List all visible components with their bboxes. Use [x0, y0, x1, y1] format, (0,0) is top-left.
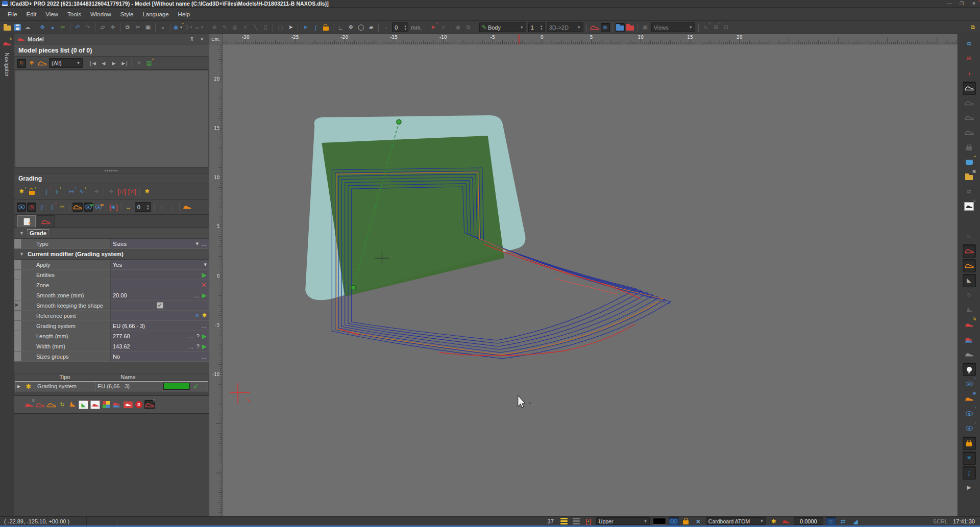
dropdown-icon[interactable]: ▾ [204, 261, 207, 268]
prop-value[interactable]: No… [111, 352, 209, 361]
annotate-tool[interactable]: ✎ [220, 23, 229, 32]
capture-add-button[interactable]: ⊡ [722, 23, 731, 32]
shoe-2d-orange-toggle[interactable] [963, 259, 976, 272]
show-sizes-toggle[interactable] [17, 203, 26, 212]
ellipsis-button[interactable]: … [201, 354, 207, 360]
trim-tool[interactable]: ✂ [58, 23, 67, 32]
row-expander-icon[interactable]: ▶ [15, 384, 22, 389]
apply-play-icon[interactable]: ▶ [202, 333, 207, 340]
eraser-tool[interactable]: ▱ [98, 23, 107, 32]
layers-active-icon[interactable] [559, 517, 569, 525]
heel-outline-button[interactable] [963, 304, 976, 317]
drawing-viewport[interactable] [223, 44, 958, 516]
grade-clear-all-button[interactable]: [✕] [128, 187, 137, 196]
tab-grading-shoe[interactable] [37, 215, 55, 228]
open-file-button[interactable] [3, 23, 12, 32]
grade-lock-add-button[interactable]: + [27, 187, 36, 196]
curve-mode-button[interactable]: ʃ [37, 203, 46, 212]
cut-mode-button[interactable]: ✂ [58, 203, 67, 212]
refresh-icon[interactable]: ⇄ [838, 517, 848, 525]
select-special-tool[interactable]: ➤ [286, 23, 295, 32]
lock-tool[interactable] [321, 23, 330, 32]
help-icon[interactable]: ? [197, 333, 200, 339]
view-mode-combo[interactable]: 3D->2D▼ [547, 22, 583, 32]
sole-view-toggle[interactable]: ◣ [963, 274, 976, 287]
import-grading-button[interactable]: ▤+ [144, 59, 154, 68]
piece-flat-view-toggle[interactable] [37, 59, 47, 68]
piece-view-toggle[interactable]: ❖ [27, 59, 36, 68]
dropdown-icon[interactable]: ▾ [195, 240, 199, 247]
prop-value[interactable]: EU (6,66 - 3)… [111, 321, 209, 331]
grid-points-tool[interactable]: ⣿ [261, 23, 270, 32]
link-points-tool[interactable]: ∞▼ [195, 23, 205, 32]
grade-curve-add-button[interactable]: ʃ+ [42, 187, 51, 196]
value-field[interactable]: 0.0000 [794, 517, 823, 525]
prop-value[interactable]: ✓ [111, 300, 209, 310]
focus-view-toggle[interactable]: [◉] [109, 203, 118, 212]
help-icon[interactable]: ? [197, 343, 200, 349]
selection-frame-tool[interactable]: ▢ [276, 23, 285, 32]
point-insert-tool[interactable]: ➤+ [429, 23, 438, 32]
pages-button[interactable]: ⧉ [464, 23, 473, 32]
heel-silhouette-button[interactable] [963, 230, 976, 243]
save-button[interactable] [13, 23, 22, 32]
apply-play-icon[interactable]: ▶ [202, 271, 207, 279]
add-pin-button[interactable]: ◉▼+ [173, 23, 184, 32]
modifier-color-swatch[interactable] [163, 383, 190, 390]
spacing-spinner[interactable]: 0▲▼ [135, 202, 151, 212]
shoe-gray-button[interactable] [963, 348, 976, 361]
prop-row-entities[interactable]: Entities▶ [14, 270, 209, 280]
prop-value[interactable]: Yes▾ [111, 260, 209, 269]
apply-play-icon[interactable]: ▶ [202, 343, 207, 350]
tools-icon[interactable]: ⨯ [693, 517, 703, 525]
presence-pin-button[interactable]: ◉ [454, 23, 463, 32]
clear-cross-icon[interactable]: ✕ [201, 281, 207, 289]
light-toggle[interactable] [963, 363, 976, 376]
ellipsis-button[interactable]: … [201, 323, 207, 329]
move-down-button[interactable]: ↓ [167, 203, 177, 212]
chain-link-tool[interactable]: ∝ [240, 23, 250, 32]
collapse-arrows-button[interactable]: « [158, 23, 167, 32]
materials-palette-button[interactable] [102, 400, 111, 409]
grade-zigzag-button[interactable]: ∿+ [77, 187, 86, 196]
color-swatch[interactable] [653, 518, 666, 524]
offset-spinner[interactable]: 0▲▼ [392, 22, 408, 32]
ellipsis-button[interactable]: … [188, 343, 194, 349]
prop-value[interactable]: Sizes▾… [111, 239, 209, 248]
spacing-button[interactable]: ↔ [124, 203, 133, 212]
models-stack-button[interactable] [112, 400, 122, 409]
prop-row-sizes-groups[interactable]: Sizes groupsNo… [14, 352, 209, 362]
dotted-circle-toggle[interactable]: ◌ [826, 517, 836, 525]
shoe-visibility-button[interactable]: ◉ [963, 200, 976, 213]
shoe-visibility-orange-button[interactable]: ◉ [963, 392, 976, 406]
show-measure-orange-toggle[interactable]: ▂ [94, 203, 103, 212]
note-add-button[interactable]: + [963, 156, 976, 169]
prop-row-length-mm-[interactable]: Length (mm)277.60…?▶ [14, 331, 209, 341]
grade-point-move-button[interactable]: ↦+ [67, 187, 76, 196]
unlock-toggle[interactable] [963, 437, 976, 450]
nav-first-button[interactable]: |◄ [89, 59, 98, 68]
apply-play-icon[interactable]: ▶ [202, 292, 207, 299]
measure-point-top[interactable] [397, 120, 401, 124]
prop-row-smooth-zone-mm-[interactable]: Smooth zone (mm)20.00…▶ [14, 290, 209, 300]
pan-tool[interactable]: ✥ [38, 23, 47, 32]
redo-button[interactable]: ↷ [83, 23, 92, 32]
expander-icon[interactable]: ▶ [15, 303, 18, 307]
curve-add-mode-button[interactable]: ʃ+ [47, 203, 57, 212]
layers-inactive-icon[interactable] [571, 517, 581, 525]
window-grid-button[interactable]: ⊞ [963, 52, 976, 65]
menu-view[interactable]: View [41, 9, 63, 19]
window-lock-button[interactable] [963, 141, 976, 154]
shoe-view-dotted-button[interactable] [963, 111, 976, 124]
sole-add-button[interactable]: ◣+ [78, 400, 89, 409]
prop-value[interactable]: ✕✱ [111, 311, 209, 320]
grade-remove-button[interactable]: ✛− [107, 187, 116, 196]
snapshot-button[interactable]: ▣ [641, 23, 650, 32]
move-up-button[interactable]: ↑ [157, 203, 166, 212]
menu-edit[interactable]: Edit [22, 9, 41, 19]
shoe-line-view-toggle[interactable] [963, 82, 976, 95]
cloud-sync-button[interactable]: ☁ [23, 23, 32, 32]
nav-prev-button[interactable]: ◄ [99, 59, 108, 68]
grade-settings-add-button[interactable]: ✱+ [17, 187, 26, 196]
prop-row-width-mm-[interactable]: Width (mm)143.62…?▶ [14, 341, 209, 352]
